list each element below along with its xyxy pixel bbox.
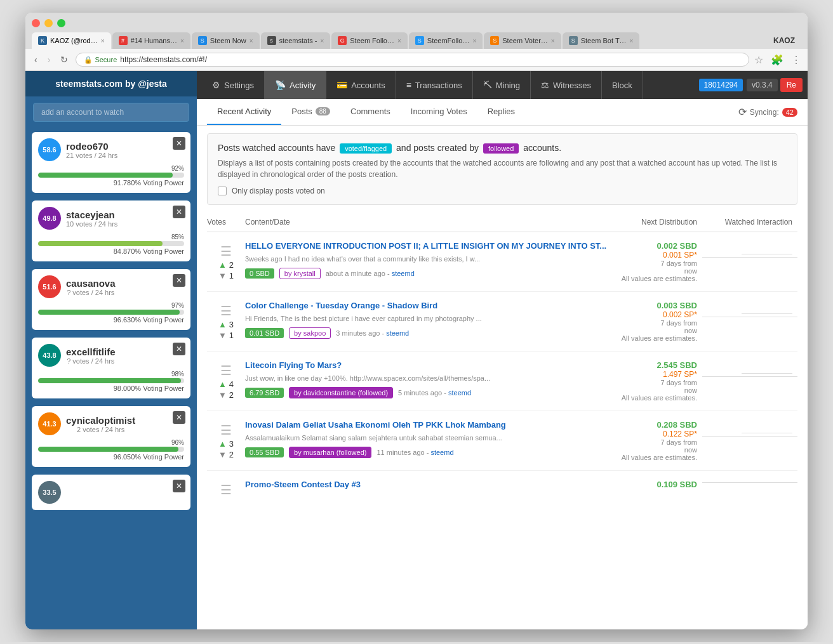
account-remove-rodeo670[interactable]: ✕ bbox=[173, 137, 185, 150]
dist-sp-2: 0.002 SP* bbox=[620, 310, 697, 319]
minimize-button[interactable] bbox=[44, 19, 53, 27]
close-button[interactable] bbox=[32, 19, 40, 27]
vote-col-3: ☰ ▲4 ▼2 bbox=[207, 360, 245, 400]
account-search-input[interactable] bbox=[33, 103, 189, 122]
tabs-bar: K KAOZ (@rod… × # #14 Humans… × S Steem … bbox=[32, 32, 801, 49]
account-remove-cynicaloptimist[interactable]: ✕ bbox=[173, 411, 185, 424]
only-display-checkbox[interactable] bbox=[218, 187, 227, 195]
post-excerpt-1: 3weeks ago I had no idea what's over tha… bbox=[245, 254, 620, 264]
browser-tab-humans[interactable]: # #14 Humans… × bbox=[112, 32, 190, 49]
avatar-causanova: 51.6 bbox=[38, 275, 61, 298]
browser-chrome: K KAOZ (@rod… × # #14 Humans… × S Steem … bbox=[25, 13, 808, 49]
dist-col-1: 0.002 SBD 0.001 SP* 7 days from now All … bbox=[620, 241, 702, 282]
back-button[interactable]: ‹ bbox=[32, 53, 40, 66]
header-content-date: Content/Date bbox=[245, 218, 620, 227]
version-badge: v0.3.4 bbox=[747, 79, 778, 91]
browser-tab-steembot[interactable]: S Steem Bot T… × bbox=[563, 32, 640, 49]
post-icon-1: ☰ bbox=[220, 244, 232, 259]
nav-witnesses[interactable]: ⚖ Witnesses bbox=[531, 71, 602, 99]
account-name-rodeo670: rodeo670 bbox=[66, 141, 117, 152]
activity-icon: 📡 bbox=[275, 80, 286, 90]
sidebar: steemstats.com by @jesta 58.6 rodeo670 2… bbox=[25, 71, 197, 629]
nav-settings[interactable]: ⚙ Settings bbox=[202, 71, 265, 99]
dist-note-4b: now bbox=[620, 446, 697, 454]
url-bar[interactable]: 🔒 Secure https://steemstats.com/#!/ bbox=[76, 53, 749, 67]
dist-sbd-2: 0.003 SBD bbox=[620, 301, 697, 310]
info-box-title: Posts watched accounts have voted/flagge… bbox=[218, 143, 787, 154]
author-tag-1: by krystall bbox=[279, 268, 321, 279]
re-button[interactable]: Re bbox=[780, 78, 803, 92]
account-name-excellfitlife: excellfitlife bbox=[66, 346, 116, 357]
dist-col-2: 0.003 SBD 0.002 SP* 7 days from now All … bbox=[620, 301, 702, 342]
table-row: ☰ ▲4 ▼2 Litecoin Flying To Mars? Just wo… bbox=[207, 352, 797, 411]
nav-transactions[interactable]: ≡ Transactions bbox=[396, 71, 473, 99]
nav-block[interactable]: Block bbox=[602, 71, 643, 99]
dist-note-3a: 7 days from bbox=[620, 379, 697, 386]
account-votes-rodeo670: 21 votes / 24 hrs bbox=[66, 152, 117, 159]
interaction-col-4 bbox=[702, 420, 797, 437]
dist-sbd-5: 0.109 SBD bbox=[620, 480, 697, 489]
info-box: Posts watched accounts have voted/flagge… bbox=[207, 133, 797, 205]
post-title-3[interactable]: Litecoin Flying To Mars? bbox=[245, 360, 620, 371]
tab-replies[interactable]: Replies bbox=[477, 99, 525, 125]
post-title-4[interactable]: Inovasi Dalam Geliat Usaha Ekonomi Oleh … bbox=[245, 420, 620, 431]
header-watched-interaction: Watched Interaction bbox=[702, 218, 797, 227]
browser-tab-steemfollow1[interactable]: G Steem Follo… × bbox=[331, 32, 408, 49]
voting-power-staceyjean: 84.870% Voting Power bbox=[38, 247, 184, 255]
refresh-button[interactable]: ↻ bbox=[58, 53, 70, 66]
account-votes-causanova: ? votes / 24 hrs bbox=[66, 289, 116, 296]
post-icon-5: ☰ bbox=[220, 482, 232, 497]
interaction-col-2 bbox=[702, 301, 797, 317]
post-excerpt-2: Hi Friends, The is the best picture i ha… bbox=[245, 314, 620, 324]
tab-incoming-votes[interactable]: Incoming Votes bbox=[401, 99, 477, 125]
dist-sbd-3: 2.545 SBD bbox=[620, 360, 697, 370]
vote-col-5: ☰ bbox=[207, 480, 245, 497]
tab-comments[interactable]: Comments bbox=[340, 99, 401, 125]
post-excerpt-4: Assalamualaikum Selamat siang salam seja… bbox=[245, 433, 620, 443]
steemd-link-4[interactable]: steemd bbox=[430, 449, 453, 456]
browser-tab-steemfollow2[interactable]: S SteemFollo… × bbox=[409, 32, 483, 49]
witnesses-icon: ⚖ bbox=[541, 80, 549, 90]
account-remove-causanova[interactable]: ✕ bbox=[173, 274, 185, 287]
only-display-row: Only display posts voted on bbox=[218, 187, 787, 195]
dist-sp-3: 1.497 SP* bbox=[620, 370, 697, 379]
forward-button[interactable]: › bbox=[45, 53, 53, 66]
steemd-link-3[interactable]: steemd bbox=[448, 389, 471, 397]
browser-tab-kaoz[interactable]: K KAOZ (@rod… × bbox=[32, 32, 111, 49]
dist-col-5: 0.109 SBD bbox=[620, 480, 702, 489]
vote-col-4: ☰ ▲3 ▼2 bbox=[207, 420, 245, 459]
dist-note-3b: now bbox=[620, 386, 697, 394]
nav-accounts[interactable]: 💳 Accounts bbox=[326, 71, 396, 99]
settings-icon: ⚙ bbox=[212, 80, 220, 90]
voting-bar-excellfitlife: 98% 98.000% Voting Power bbox=[38, 371, 184, 392]
content-col-2: Color Challenge - Tuesday Orange - Shado… bbox=[245, 301, 620, 339]
account-remove-excellfitlife[interactable]: ✕ bbox=[173, 343, 185, 355]
tab-posts[interactable]: Posts 88 bbox=[281, 99, 340, 125]
avatar-rodeo670: 58.6 bbox=[38, 138, 61, 161]
account-remove-staceyjean[interactable]: ✕ bbox=[173, 206, 185, 218]
bar-pct-causanova: 97% bbox=[38, 302, 184, 309]
account-remove-unknown[interactable]: ✕ bbox=[173, 480, 185, 492]
post-title-2[interactable]: Color Challenge - Tuesday Orange - Shado… bbox=[245, 301, 620, 312]
content-col-3: Litecoin Flying To Mars? Just wow, in li… bbox=[245, 360, 620, 398]
steemd-link-1[interactable]: steemd bbox=[392, 270, 415, 277]
posts-count-badge: 88 bbox=[316, 107, 330, 115]
bookmark-icon[interactable]: ☆ bbox=[754, 54, 763, 66]
post-title-1[interactable]: HELLO EVERYONE INTRODUCTION POST II; A L… bbox=[245, 241, 620, 252]
browser-tab-steemnow[interactable]: S Steem Now × bbox=[192, 32, 260, 49]
browser-tab-steemstats[interactable]: s steemstats - × bbox=[261, 32, 331, 49]
tab-recent-activity[interactable]: Recent Activity bbox=[207, 99, 281, 125]
steemd-link-2[interactable]: steemd bbox=[386, 329, 409, 337]
post-title-5[interactable]: Promo-Steem Contest Day #3 bbox=[245, 480, 620, 490]
browser-tab-steemvoter[interactable]: S Steem Voter… × bbox=[484, 32, 561, 49]
address-bar: ‹ › ↻ 🔒 Secure https://steemstats.com/#!… bbox=[25, 49, 808, 71]
maximize-button[interactable] bbox=[57, 19, 65, 27]
nav-activity[interactable]: 📡 Activity bbox=[265, 71, 326, 99]
traffic-lights bbox=[32, 19, 801, 27]
extension-icon[interactable]: 🧩 bbox=[771, 54, 783, 66]
nav-mining[interactable]: ⛏ Mining bbox=[473, 71, 531, 99]
menu-icon[interactable]: ⋮ bbox=[791, 54, 801, 66]
voting-power-excellfitlife: 98.000% Voting Power bbox=[38, 384, 184, 392]
transactions-icon: ≡ bbox=[406, 80, 411, 90]
avatar-unknown: 33.5 bbox=[38, 481, 61, 504]
